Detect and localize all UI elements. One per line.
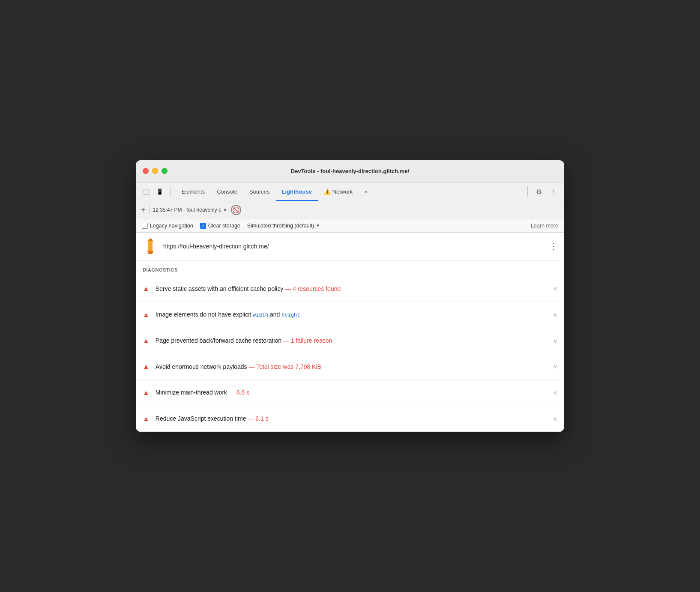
toolbar-divider-right xyxy=(527,186,528,197)
diag-text-bfcache: Page prevented back/forward cache restor… xyxy=(156,337,548,345)
diag-item-network-payloads[interactable]: ▲ Avoid enormous network payloads — Tota… xyxy=(136,354,564,380)
addr-divider xyxy=(149,206,150,214)
titlebar: DevTools - foul-heavenly-direction.glitc… xyxy=(136,160,564,182)
diag-detail-main-thread: — 6.6 s xyxy=(229,389,249,396)
warning-triangle-icon: ▲ xyxy=(143,363,150,371)
diag-item-image-dimensions[interactable]: ▲ Image elements do not have explicit wi… xyxy=(136,302,564,328)
code-height: height xyxy=(281,312,300,318)
throttling-arrow-icon: ▼ xyxy=(316,223,320,228)
diag-detail-cache-policy: — 4 resources found xyxy=(285,285,341,292)
diag-item-cache-policy[interactable]: ▲ Serve static assets with an efficient … xyxy=(136,276,564,302)
tab-console[interactable]: Console xyxy=(211,182,243,201)
minimize-button[interactable] xyxy=(152,168,158,174)
diag-detail-network-payloads: — Total size was 7,708 KiB xyxy=(249,363,321,370)
diag-item-js-execution[interactable]: ▲ Reduce JavaScript execution time — 6.1… xyxy=(136,406,564,432)
diag-detail-bfcache: — 1 failure reason xyxy=(283,337,332,344)
network-warning-icon: ⚠️ xyxy=(324,188,331,195)
diag-text-image-dimensions: Image elements do not have explicit widt… xyxy=(156,311,548,319)
lighthouse-logo-icon xyxy=(143,239,158,254)
tab-bar: Elements Console Sources Lighthouse ⚠️ N… xyxy=(176,182,522,201)
diag-text-main-thread: Minimize main-thread work — 6.6 s xyxy=(156,389,548,397)
audit-url: https://foul-heavenly-direction.glitch.m… xyxy=(163,243,544,250)
timestamp-dropdown[interactable]: 12:35:47 PM - foul-heavenly-c ▼ xyxy=(153,207,227,213)
inspect-icon[interactable]: ⬚ xyxy=(141,186,151,197)
block-network-button[interactable]: 🚫 xyxy=(231,205,241,215)
expand-icon: ∨ xyxy=(553,312,557,318)
maximize-button[interactable] xyxy=(162,168,168,174)
diag-text-js-execution: Reduce JavaScript execution time — 6.1 s xyxy=(156,415,548,423)
expand-icon: ∨ xyxy=(553,338,557,344)
device-icon[interactable]: 📱 xyxy=(155,186,165,197)
window-title: DevTools - foul-heavenly-direction.glitc… xyxy=(291,168,409,174)
url-bar: https://foul-heavenly-direction.glitch.m… xyxy=(136,233,564,260)
expand-icon: ∨ xyxy=(553,286,557,292)
diag-text-cache-policy: Serve static assets with an efficient ca… xyxy=(156,285,548,293)
close-button[interactable] xyxy=(143,168,149,174)
url-more-button[interactable]: ⋮ xyxy=(550,242,557,251)
diag-detail-js-execution: — 6.1 s xyxy=(248,415,268,422)
svg-rect-3 xyxy=(149,239,152,241)
svg-marker-1 xyxy=(147,251,154,254)
warning-triangle-icon: ▲ xyxy=(143,285,150,293)
dropdown-arrow-icon: ▼ xyxy=(223,208,227,212)
traffic-lights xyxy=(143,168,168,174)
tab-elements[interactable]: Elements xyxy=(176,182,211,201)
warning-triangle-icon: ▲ xyxy=(143,415,150,423)
options-bar: Legacy navigation ✓ Clear storage Simula… xyxy=(136,219,564,233)
diag-item-bfcache[interactable]: ▲ Page prevented back/forward cache rest… xyxy=(136,328,564,354)
clear-storage-checkbox[interactable]: ✓ xyxy=(200,223,206,229)
learn-more-link[interactable]: Learn more xyxy=(531,223,558,229)
expand-icon: ∨ xyxy=(553,390,557,396)
throttling-dropdown[interactable]: Simulated throttling (default) ▼ xyxy=(247,223,320,229)
legacy-navigation-label[interactable]: Legacy navigation xyxy=(142,223,193,229)
diagnostics-header: DIAGNOSTICS xyxy=(136,260,564,276)
tab-more[interactable]: » xyxy=(359,182,374,201)
toolbar: ⬚ 📱 Elements Console Sources Lighthouse … xyxy=(136,182,564,201)
toolbar-divider xyxy=(170,186,171,197)
expand-icon: ∨ xyxy=(553,416,557,422)
expand-icon: ∨ xyxy=(553,364,557,370)
settings-button[interactable]: ⚙ xyxy=(533,185,545,197)
svg-rect-0 xyxy=(148,241,153,251)
legacy-navigation-checkbox[interactable] xyxy=(142,223,148,229)
no-entry-icon: 🚫 xyxy=(232,206,239,213)
warning-triangle-icon: ▲ xyxy=(143,389,150,397)
tab-network[interactable]: ⚠️ Network xyxy=(318,182,359,201)
warning-triangle-icon: ▲ xyxy=(143,311,150,319)
diagnostics-list: ▲ Serve static assets with an efficient … xyxy=(136,276,564,432)
diag-text-network-payloads: Avoid enormous network payloads — Total … xyxy=(156,363,548,371)
more-options-button[interactable]: ⋮ xyxy=(548,187,559,197)
address-bar: + 12:35:47 PM - foul-heavenly-c ▼ 🚫 xyxy=(136,201,564,219)
content-area: https://foul-heavenly-direction.glitch.m… xyxy=(136,233,564,432)
tab-sources[interactable]: Sources xyxy=(243,182,276,201)
code-width: width xyxy=(253,312,268,318)
tab-lighthouse[interactable]: Lighthouse xyxy=(276,182,318,201)
clear-storage-label[interactable]: ✓ Clear storage xyxy=(200,223,240,229)
warning-triangle-icon: ▲ xyxy=(143,337,150,345)
add-tab-button[interactable]: + xyxy=(141,206,146,215)
devtools-window: DevTools - foul-heavenly-direction.glitc… xyxy=(136,160,564,432)
diag-item-main-thread[interactable]: ▲ Minimize main-thread work — 6.6 s ∨ xyxy=(136,380,564,406)
